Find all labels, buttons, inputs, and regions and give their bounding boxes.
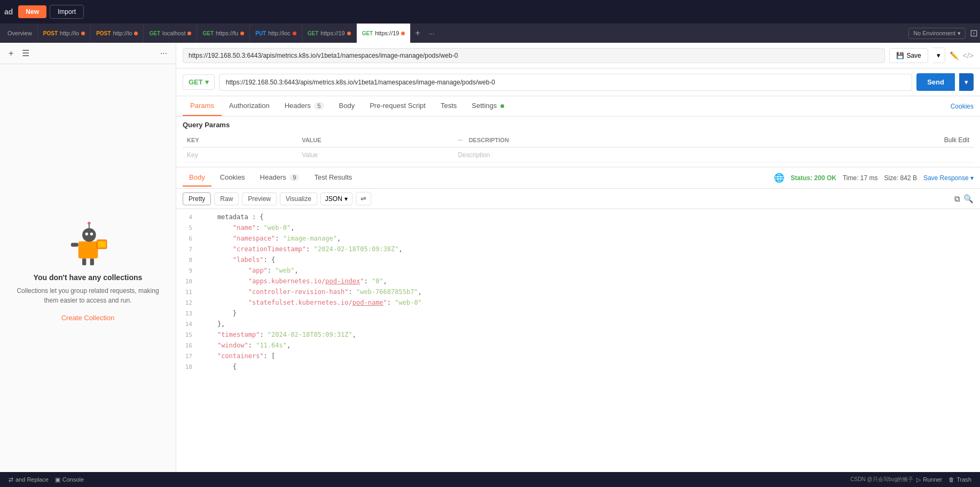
search-body-button[interactable]: 🔍 bbox=[963, 194, 974, 204]
save-label: Save bbox=[906, 52, 921, 59]
new-button[interactable]: New bbox=[18, 5, 46, 18]
code-line-12: 12 "statefulset.kubernetes.io/pod-name":… bbox=[176, 299, 980, 310]
tab-put[interactable]: PUT http://loc bbox=[250, 24, 302, 43]
code-line-14: 14 }, bbox=[176, 320, 980, 331]
send-button[interactable]: Send bbox=[916, 73, 955, 91]
save-icon: 💾 bbox=[896, 52, 904, 59]
url-display-bar: https://192.168.50.3:6443/apis/metrics.k… bbox=[176, 43, 980, 68]
runner-item[interactable]: ▷ Runner bbox=[913, 476, 945, 483]
find-replace-label: and Replace bbox=[15, 476, 49, 483]
view-preview-button[interactable]: Preview bbox=[242, 192, 277, 205]
tab-url: https://19 bbox=[375, 30, 399, 36]
svg-point-5 bbox=[88, 222, 91, 225]
tab-get-19-2-active[interactable]: GET https://19 bbox=[357, 24, 411, 43]
code-line-5: 5 "name": "web-0", bbox=[176, 224, 980, 235]
tab-tests[interactable]: Tests bbox=[433, 96, 464, 116]
save-button[interactable]: 💾 Save bbox=[889, 48, 928, 63]
code-line-10: 10 "apps.kubernetes.io/pod-index": "0", bbox=[176, 277, 980, 288]
value-placeholder: Value bbox=[302, 151, 318, 159]
code-line-16: 16 "window": "11.64s", bbox=[176, 342, 980, 352]
trash-item[interactable]: 🗑 Trash bbox=[945, 476, 975, 483]
new-tab-button[interactable]: + bbox=[411, 28, 424, 38]
console-item[interactable]: ▣ Console bbox=[52, 476, 87, 483]
svg-rect-6 bbox=[82, 259, 86, 266]
env-selector[interactable]: No Environment ▾ bbox=[908, 28, 966, 39]
cookies-link[interactable]: Cookies bbox=[951, 103, 974, 110]
code-line-17: 17 "containers": [ bbox=[176, 352, 980, 363]
tab-get-19-1[interactable]: GET https://19 bbox=[302, 24, 357, 43]
code-line-11: 11 "controller-revision-hash": "web-7668… bbox=[176, 288, 980, 299]
tab-body[interactable]: Body bbox=[332, 96, 363, 116]
profile-icon[interactable]: ⊡ bbox=[970, 27, 978, 39]
copy-body-button[interactable]: ⧉ bbox=[954, 194, 960, 204]
sidebar-empty-title: You don't have any collections bbox=[34, 273, 143, 282]
tab-bar: Overview POST http://lo POST http://lo G… bbox=[0, 24, 980, 43]
find-replace-icon: ⇄ bbox=[9, 476, 13, 483]
tab-pre-request-script[interactable]: Pre-request Script bbox=[362, 96, 433, 116]
tab-url: localhost bbox=[162, 30, 185, 36]
filter-button[interactable]: ☰ bbox=[20, 47, 32, 59]
find-replace-item[interactable]: ⇄ and Replace bbox=[5, 476, 52, 483]
request-url-input[interactable] bbox=[219, 74, 912, 91]
wrap-button[interactable]: ⇌ bbox=[356, 192, 371, 205]
send-dropdown-button[interactable]: ▾ bbox=[959, 73, 974, 91]
code-line-18: 18 { bbox=[176, 363, 980, 374]
tab-post-1[interactable]: POST http://lo bbox=[38, 24, 91, 43]
code-line-9: 9 "app": "web", bbox=[176, 267, 980, 277]
more-tabs-button[interactable]: ··· bbox=[425, 29, 439, 37]
tab-authorization[interactable]: Authorization bbox=[222, 96, 277, 116]
tab-label: Overview bbox=[7, 30, 32, 36]
tab-overview[interactable]: Overview bbox=[2, 24, 38, 43]
response-header: Body Cookies Headers 9 Test Results 🌐 St… bbox=[176, 167, 980, 189]
tab-url: http://lo bbox=[60, 30, 79, 36]
code-line-15: 15 "timestamp": "2024-02-18T05:09:31Z", bbox=[176, 331, 980, 342]
view-visualize-button[interactable]: Visualize bbox=[280, 192, 317, 205]
import-button[interactable]: Import bbox=[50, 5, 84, 19]
request-url-row: GET ▾ Send ▾ bbox=[176, 68, 980, 96]
sidebar-more-button[interactable]: ··· bbox=[158, 48, 169, 59]
edit-button[interactable]: ✏️ bbox=[950, 51, 959, 60]
tab-headers[interactable]: Headers 5 bbox=[277, 96, 332, 116]
view-raw-button[interactable]: Raw bbox=[214, 192, 239, 205]
sidebar-empty-desc: Collections let you group related reques… bbox=[11, 286, 165, 305]
method-badge: POST bbox=[43, 30, 58, 36]
bottombar-right: CSDN @只会写bug的猴子 ▷ Runner 🗑 Trash bbox=[850, 476, 975, 483]
tab-post-2[interactable]: POST http://lo bbox=[91, 24, 144, 43]
tab-dot bbox=[401, 32, 405, 35]
console-label: Console bbox=[62, 476, 84, 483]
method-badge: PUT bbox=[255, 30, 266, 36]
method-badge: GET bbox=[202, 30, 214, 36]
desc-header: ··· DESCRIPTION bbox=[453, 133, 785, 148]
save-dropdown-button[interactable]: ▾ bbox=[932, 48, 945, 63]
svg-point-1 bbox=[82, 228, 96, 242]
tab-dot bbox=[187, 32, 191, 35]
add-collection-button[interactable]: + bbox=[6, 48, 15, 59]
tab-params[interactable]: Params bbox=[183, 96, 222, 116]
tab-dot bbox=[134, 32, 138, 35]
response-tab-body[interactable]: Body bbox=[183, 169, 211, 187]
tab-dot bbox=[347, 32, 351, 35]
sidebar-empty-state: You don't have any collections Collectio… bbox=[0, 64, 176, 472]
tab-settings[interactable]: Settings bbox=[464, 96, 512, 116]
save-response-button[interactable]: Save Response ▾ bbox=[923, 174, 974, 182]
code-body: 4 metadata : { 5 "name": "web-0", 6 "nam… bbox=[176, 209, 980, 472]
response-tab-test-results[interactable]: Test Results bbox=[308, 169, 358, 187]
method-select[interactable]: GET ▾ bbox=[183, 74, 215, 90]
topbar: ad New Import bbox=[0, 0, 980, 24]
console-icon: ▣ bbox=[55, 476, 60, 483]
format-selector[interactable]: JSON ▾ bbox=[320, 192, 352, 205]
tab-dot bbox=[81, 32, 85, 35]
tab-dot bbox=[240, 32, 244, 35]
create-collection-button[interactable]: Create Collection bbox=[61, 314, 115, 322]
tab-get-localhost[interactable]: GET localhost bbox=[144, 24, 197, 43]
response-section: Body Cookies Headers 9 Test Results 🌐 St… bbox=[176, 167, 980, 472]
response-tab-cookies[interactable]: Cookies bbox=[214, 169, 252, 187]
code-button[interactable]: </> bbox=[963, 51, 974, 60]
response-tab-headers[interactable]: Headers 9 bbox=[254, 169, 306, 187]
bulk-edit-button[interactable]: Bulk Edit bbox=[944, 136, 969, 144]
tab-url: https://fu bbox=[216, 30, 238, 36]
view-pretty-button[interactable]: Pretty bbox=[183, 192, 211, 205]
params-table: KEY VALUE ··· DESCRIPTION Bulk Edit bbox=[183, 133, 974, 163]
main-layout: + ☰ ··· bbox=[0, 43, 980, 472]
tab-get-fu[interactable]: GET https://fu bbox=[197, 24, 250, 43]
